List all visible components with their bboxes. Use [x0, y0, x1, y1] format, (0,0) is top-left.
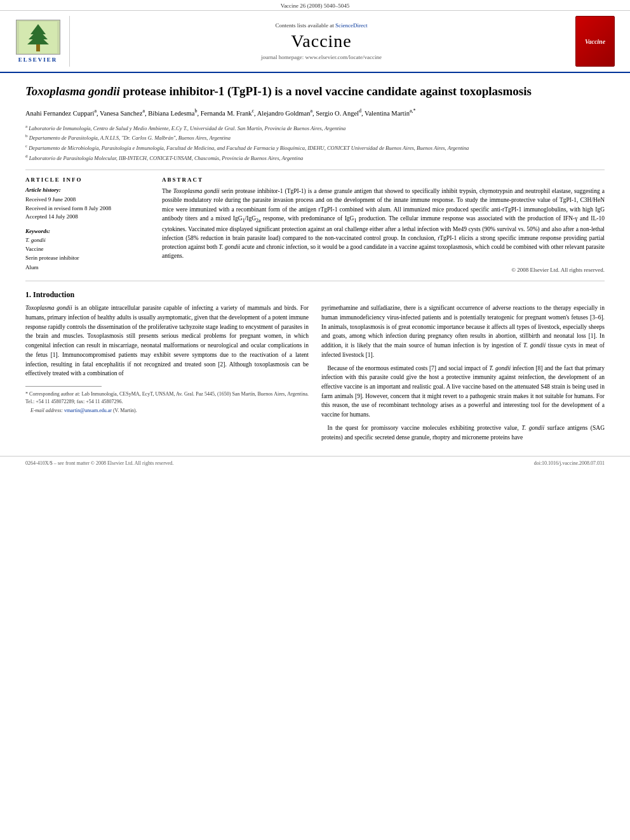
doi-text: doi:10.1016/j.vaccine.2008.07.031: [534, 460, 605, 466]
vaccine-logo-box: Vaccine: [575, 16, 615, 67]
body-right-p1: pyrimethamine and sulfadiazine, there is…: [321, 303, 605, 359]
keyword-2: Vaccine: [25, 244, 149, 253]
affil-a: a Laboratorio de Inmunología, Centro de …: [25, 123, 605, 133]
divider-2: [25, 281, 605, 281]
elsevier-tree-image: [16, 20, 60, 55]
body-right-p2: Because of the enormous estimated costs …: [321, 364, 605, 420]
accepted-date: Accepted 14 July 2008: [25, 213, 149, 222]
copyright: © 2008 Elsevier Ltd. All rights reserved…: [162, 266, 605, 275]
vaccine-logo-right: Vaccine: [573, 16, 617, 67]
elsevier-text: ELSEVIER: [18, 57, 58, 63]
top-bar: Vaccine 26 (2008) 5040–5045: [0, 0, 630, 11]
section-1-heading: 1. Introduction: [25, 290, 605, 300]
abstract-paragraph: The Toxoplasma gondii serin protease inh…: [162, 187, 605, 261]
issn-text: 0264-410X/$ – see front matter © 2008 El…: [25, 460, 173, 466]
affil-b: b Departamento de Parasitología, A.N.LI.…: [25, 133, 605, 142]
received-date: Received 9 June 2008: [25, 196, 149, 204]
email-link[interactable]: vmartin@unsam.edu.ar: [64, 408, 112, 413]
affil-c: c Departamento de Microbiología, Parasit…: [25, 143, 605, 152]
article-title: Toxoplasma gondii protease inhibitor-1 (…: [25, 83, 605, 100]
body-two-col: Toxoplasma gondii is an obligate intrace…: [25, 303, 605, 446]
sciencedirect-anchor[interactable]: ScienceDirect: [335, 22, 367, 29]
sciencedirect-link: Contents lists available at ScienceDirec…: [276, 22, 368, 29]
article-content: Toxoplasma gondii protease inhibitor-1 (…: [0, 73, 630, 456]
body-right-p3: In the quest for promissory vaccine mole…: [321, 423, 605, 442]
keyword-1: T. gondii: [25, 236, 149, 244]
divider-1: [25, 170, 605, 170]
article-info-col: ARTICLE INFO Article history: Received 9…: [25, 177, 149, 274]
affiliations: a Laboratorio de Inmunología, Centro de …: [25, 123, 605, 162]
title-italic-part: Toxoplasma gondii: [25, 84, 120, 98]
volume-info: Vaccine 26 (2008) 5040–5045: [281, 3, 350, 9]
svg-rect-1: [36, 44, 40, 51]
journal-header: ELSEVIER Contents lists available at Sci…: [0, 11, 630, 73]
authors: Anahi Fernandez Cupparia, Vanesa Sanchez…: [25, 107, 605, 118]
keyword-4: Alum: [25, 263, 149, 272]
article-info-label: ARTICLE INFO: [25, 177, 149, 183]
body-left-p1: Toxoplasma gondii is an obligate intrace…: [25, 303, 309, 378]
page: Vaccine 26 (2008) 5040–5045 ELSEVIER Con…: [0, 0, 630, 840]
footnote-corresponding: * Corresponding author at: Lab Inmunolog…: [25, 390, 309, 406]
journal-homepage: journal homepage: www.elsevier.com/locat…: [261, 54, 382, 60]
body-right-col: pyrimethamine and sulfadiazine, there is…: [321, 303, 605, 446]
bottom-bar: 0264-410X/$ – see front matter © 2008 El…: [0, 456, 630, 470]
keywords-section: Keywords: T. gondii Vaccine Serin protea…: [25, 228, 149, 272]
article-info-abstract: ARTICLE INFO Article history: Received 9…: [25, 177, 605, 274]
abstract-label: ABSTRACT: [162, 177, 605, 183]
journal-title-main: Vaccine: [291, 31, 352, 51]
affil-d: d Laboratorio de Parasitología Molecular…: [25, 153, 605, 163]
keyword-3: Serin protease inhibitor: [25, 253, 149, 262]
body-section-1: 1. Introduction Toxoplasma gondii is an …: [25, 290, 605, 446]
received-revised-date: Received in revised form 8 July 2008: [25, 204, 149, 213]
footnote-divider: [25, 386, 102, 387]
keywords-label: Keywords:: [25, 228, 149, 234]
elsevier-logo: ELSEVIER: [13, 16, 70, 67]
abstract-col: ABSTRACT The Toxoplasma gondii serin pro…: [162, 177, 605, 274]
contents-label: Contents lists available at: [276, 22, 334, 29]
history-heading: Article history:: [25, 187, 149, 193]
article-history: Article history: Received 9 June 2008 Re…: [25, 187, 149, 222]
journal-center: Contents lists available at ScienceDirec…: [76, 16, 566, 67]
body-left-col: Toxoplasma gondii is an obligate intrace…: [25, 303, 309, 446]
footnotes: * Corresponding author at: Lab Inmunolog…: [25, 390, 309, 415]
abstract-text: The Toxoplasma gondii serin protease inh…: [162, 187, 605, 274]
title-normal-part: protease inhibitor-1 (TgPI-1) is a novel…: [123, 84, 531, 98]
footnote-email: E-mail address: vmartin@unsam.edu.ar (V.…: [25, 407, 309, 415]
